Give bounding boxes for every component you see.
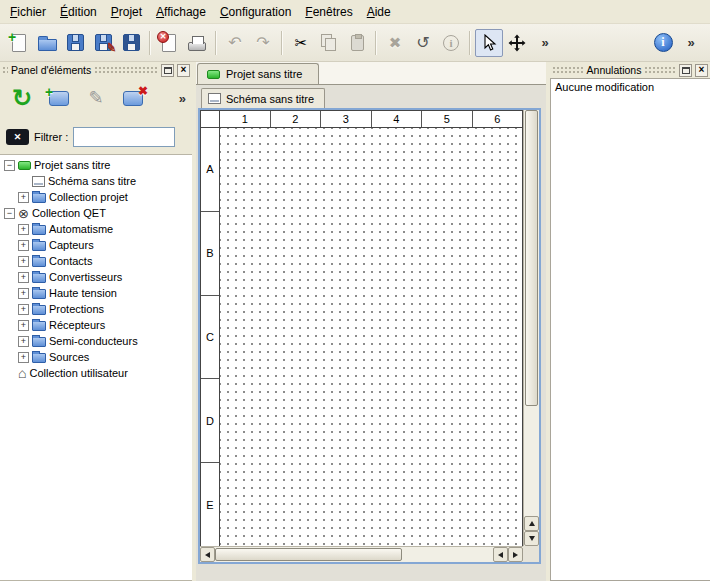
pointer-tool-button[interactable] — [475, 29, 503, 57]
schema-icon — [208, 93, 221, 104]
menu-fichier[interactable]: Fichier — [3, 1, 53, 23]
cut-button[interactable]: ✂ — [287, 29, 315, 57]
expand-toggle[interactable]: + — [18, 224, 29, 235]
menu-edition[interactable]: Édition — [53, 1, 104, 23]
tree-item-label: Collection utilisateur — [29, 367, 127, 379]
save-as-button[interactable]: ✎ — [89, 29, 117, 57]
dock-float-button[interactable] — [679, 64, 692, 77]
tree-item-semi-conducteurs[interactable]: + Semi-conducteurs — [0, 333, 192, 349]
vertical-scroll-thumb[interactable] — [525, 110, 538, 406]
scroll-left-button[interactable] — [200, 547, 215, 562]
menu-aide[interactable]: Aide — [360, 1, 398, 23]
close-icon: × — [181, 65, 187, 75]
elements-panel-dock: Panel d'éléments × ↻ + ✎ ✖ — [0, 62, 192, 581]
tree-item-projet-sans-titre[interactable]: − Projet sans titre — [0, 157, 192, 173]
new-element-icon: + — [49, 91, 69, 106]
undo-panel-titlebar[interactable]: Annulations × — [550, 62, 710, 78]
save-button[interactable] — [61, 29, 89, 57]
mdi-region: Projet sans titre Schéma sans titre — [196, 62, 546, 581]
tree-item-capteurs[interactable]: + Capteurs — [0, 237, 192, 253]
tree-item-collection-qet[interactable]: − ⊗ Collection QET — [0, 205, 192, 221]
open-button[interactable] — [33, 29, 61, 57]
folder-icon — [32, 321, 46, 331]
tree-item-collection-utilisateur[interactable]: ⌂ Collection utilisateur — [0, 365, 192, 381]
column-label: 4 — [372, 111, 423, 127]
tab-schema-sans-titre[interactable]: Schéma sans titre — [201, 88, 325, 108]
clear-filter-button[interactable]: ✕ — [6, 129, 29, 145]
vertical-scrollbar[interactable] — [523, 110, 539, 546]
expand-toggle[interactable]: + — [18, 240, 29, 251]
close-icon: × — [699, 65, 705, 75]
expand-toggle[interactable]: + — [18, 256, 29, 267]
help-info-button[interactable]: i — [649, 29, 677, 57]
vertical-scroll-track[interactable] — [524, 406, 539, 516]
dock-float-button[interactable] — [161, 64, 174, 77]
tree-item-automatisme[interactable]: + Automatisme — [0, 221, 192, 237]
filter-input[interactable] — [73, 127, 175, 147]
project-tabbar: Projet sans titre — [196, 62, 546, 85]
toolbar-overflow-button[interactable]: » — [531, 29, 559, 57]
column-label: 1 — [220, 111, 271, 127]
expand-toggle[interactable]: + — [18, 288, 29, 299]
tab-projet-sans-titre[interactable]: Projet sans titre — [197, 63, 319, 84]
print-button[interactable] — [183, 29, 211, 57]
menu-affichage[interactable]: Affichage — [149, 1, 213, 23]
menu-projet[interactable]: Projet — [104, 1, 149, 23]
expand-toggle[interactable]: + — [18, 272, 29, 283]
tree-item-schema-sans-titre[interactable]: Schéma sans titre — [0, 173, 192, 189]
tree-item-contacts[interactable]: + Contacts — [0, 253, 192, 269]
delete-element-button[interactable]: ✖ — [117, 82, 149, 114]
tree-item-convertisseurs[interactable]: + Convertisseurs — [0, 269, 192, 285]
tree-item-haute-tension[interactable]: + Haute tension — [0, 285, 192, 301]
move-tool-button[interactable] — [503, 29, 531, 57]
collapse-toggle[interactable]: − — [4, 208, 15, 219]
schema-canvas[interactable] — [220, 128, 522, 546]
tree-item-collection-projet[interactable]: + Collection projet — [0, 189, 192, 205]
scroll-left-button-2[interactable] — [493, 547, 508, 562]
delete-button[interactable]: ✖ — [381, 29, 409, 57]
dock-close-button[interactable]: × — [177, 64, 190, 77]
save-icon — [67, 34, 84, 51]
menu-fenetres[interactable]: Fenêtres — [298, 1, 359, 23]
reload-collections-button[interactable]: ↻ — [6, 82, 38, 114]
horizontal-scrollbar[interactable] — [200, 546, 523, 562]
panel-overflow-button[interactable]: » — [179, 92, 186, 105]
expand-toggle[interactable]: + — [18, 304, 29, 315]
scroll-up-button[interactable] — [524, 516, 539, 531]
edit-element-button[interactable]: ✎ — [80, 82, 112, 114]
horizontal-scroll-track[interactable] — [402, 547, 493, 562]
float-icon — [164, 67, 172, 74]
expand-spacer — [4, 368, 15, 379]
scroll-down-button[interactable] — [524, 531, 539, 546]
schema-tabbar: Schéma sans titre — [198, 87, 541, 108]
redo-button[interactable]: ↷ — [249, 29, 277, 57]
collapse-toggle[interactable]: − — [4, 160, 15, 171]
new-file-button[interactable]: + — [5, 29, 33, 57]
expand-toggle[interactable]: + — [18, 352, 29, 363]
tree-item-recepteurs[interactable]: + Récepteurs — [0, 317, 192, 333]
delete-icon: ✖ — [389, 35, 402, 50]
expand-toggle[interactable]: + — [18, 192, 29, 203]
tree-item-sources[interactable]: + Sources — [0, 349, 192, 365]
rotate-button[interactable]: ↺ — [409, 29, 437, 57]
copy-button[interactable] — [315, 29, 343, 57]
paste-button[interactable] — [343, 29, 371, 57]
close-file-button[interactable]: ✕ — [155, 29, 183, 57]
expand-toggle[interactable]: + — [18, 336, 29, 347]
menu-configuration[interactable]: Configuration — [213, 1, 298, 23]
save-all-button[interactable] — [117, 29, 145, 57]
tree-item-protections[interactable]: + Protections — [0, 301, 192, 317]
qelectrotech-window: Fichier Édition Projet Affichage Configu… — [0, 0, 710, 581]
horizontal-scroll-thumb[interactable] — [215, 548, 402, 561]
red-x-badge-icon: ✖ — [138, 85, 148, 97]
scroll-right-button[interactable] — [508, 547, 523, 562]
toolbar-extension-button[interactable]: » — [677, 29, 705, 57]
info-button[interactable]: i — [437, 29, 465, 57]
elements-panel-titlebar[interactable]: Panel d'éléments × — [0, 62, 192, 78]
expand-toggle[interactable]: + — [18, 320, 29, 331]
undo-button[interactable]: ↶ — [221, 29, 249, 57]
dock-close-button[interactable]: × — [695, 64, 708, 77]
qet-collection-icon: ⊗ — [18, 207, 29, 220]
toolbar-separator — [215, 31, 217, 55]
new-element-button[interactable]: + — [43, 82, 75, 114]
